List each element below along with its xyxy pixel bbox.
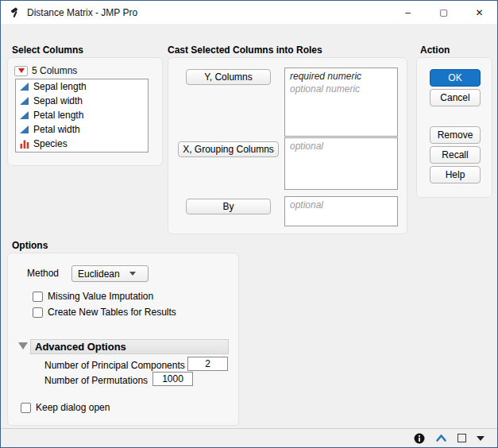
continuous-column-icon [19,97,29,105]
action-heading: Action [420,44,450,56]
continuous-column-icon [19,111,29,119]
window-box-icon[interactable] [457,434,466,442]
y-optional-placeholder: optional numeric [290,83,392,95]
options-panel: Method Euclidean Missing Value Imputatio… [7,253,239,426]
continuous-column-icon [19,126,29,133]
y-columns-box[interactable]: required numeric optional numeric [284,68,398,137]
y-required-placeholder: required numeric [290,70,392,83]
method-dropdown[interactable]: Euclidean [71,265,149,282]
create-new-tables-label: Create New Tables for Results [48,307,176,318]
keep-dialog-open-row: Keep dialog open [21,402,110,413]
jmp-app-icon [9,6,21,18]
continuous-column-icon [19,83,29,91]
advanced-options-label: Advanced Options [35,341,126,353]
options-heading: Options [12,240,48,251]
cast-roles-panel: Y, Columns required numeric optional num… [168,57,407,234]
nominal-column-icon [19,140,29,149]
action-panel: OK Cancel Remove Recall Help [416,57,492,198]
close-icon[interactable]: ✕ [461,1,497,24]
select-columns-panel: 5 Columns Sepal length Sepal width Petal… [7,57,163,166]
advanced-options-disclosure-icon[interactable] [18,342,28,350]
keep-dialog-open-label: Keep dialog open [36,402,110,413]
list-item[interactable]: Species [16,137,148,151]
principal-components-input[interactable] [187,357,228,371]
list-item[interactable]: Sepal length [16,79,148,94]
missing-value-imputation-label: Missing Value Imputation [48,291,153,302]
ok-button[interactable]: OK [430,69,481,87]
window-controls: – ▢ ✕ [390,1,497,24]
titlebar: Distance Matrix - JMP Pro – ▢ ✕ [1,1,497,25]
dropdown-caret-icon[interactable] [477,436,484,441]
permutations-input[interactable] [152,372,193,386]
distance-matrix-dialog: Distance Matrix - JMP Pro – ▢ ✕ Select C… [0,0,498,448]
up-arrow-icon[interactable] [435,433,447,443]
list-item[interactable]: Petal length [16,108,148,122]
by-button[interactable]: By [186,199,271,214]
select-columns-heading: Select Columns [12,44,83,56]
status-bar [1,428,497,447]
column-label: Petal length [33,110,83,121]
list-item[interactable]: Petal width [16,122,148,137]
column-label: Sepal length [33,81,87,92]
principal-components-label: Number of Principal Components [44,360,185,371]
by-box[interactable]: optional [284,196,398,226]
column-label: Sepal width [33,95,83,106]
create-new-tables-row: Create New Tables for Results [33,307,176,318]
x-grouping-box[interactable]: optional [284,137,398,190]
cast-roles-heading: Cast Selected Columns into Roles [168,44,322,56]
recall-button[interactable]: Recall [430,146,481,164]
column-label: Petal width [33,124,80,135]
create-new-tables-checkbox[interactable] [33,307,43,318]
cancel-button[interactable]: Cancel [430,89,481,106]
advanced-options-header[interactable]: Advanced Options [30,339,229,354]
window-title: Distance Matrix - JMP Pro [27,7,137,18]
permutations-label: Number of Permutations [44,375,148,386]
method-selected-value: Euclidean [78,268,120,280]
info-icon[interactable] [414,433,425,444]
missing-value-imputation-checkbox[interactable] [33,292,43,302]
keep-dialog-open-checkbox[interactable] [21,403,31,413]
method-label: Method [27,268,59,279]
red-triangle-menu-icon[interactable] [14,66,28,76]
column-label: Species [33,138,68,149]
minimize-icon[interactable]: – [390,1,426,24]
help-button[interactable]: Help [430,166,481,183]
chevron-down-icon [129,272,136,276]
x-grouping-columns-button[interactable]: X, Grouping Columns [178,141,279,157]
x-optional-placeholder: optional [290,140,392,153]
maximize-icon[interactable]: ▢ [426,1,461,24]
columns-count-label: 5 Columns [32,65,77,76]
list-item[interactable]: Sepal width [16,94,148,108]
y-columns-button[interactable]: Y, Columns [186,69,271,85]
missing-value-imputation-row: Missing Value Imputation [33,291,153,302]
columns-count-row: 5 Columns [14,65,77,76]
columns-listbox[interactable]: Sepal length Sepal width Petal length Pe… [15,79,149,153]
by-optional-placeholder: optional [290,199,392,211]
remove-button[interactable]: Remove [430,126,481,144]
